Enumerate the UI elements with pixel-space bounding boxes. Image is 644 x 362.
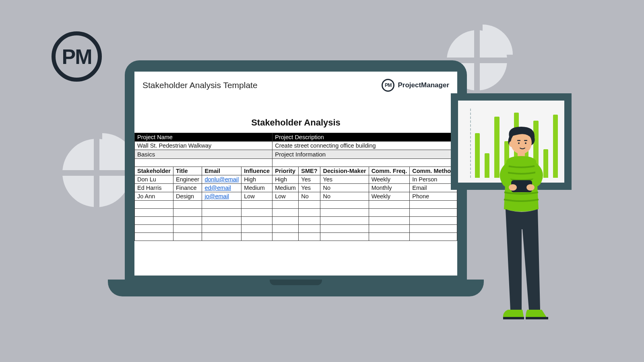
project-header-row: Project Name Project Description <box>135 133 457 142</box>
group-header-row: Basics Project Information <box>135 150 457 159</box>
col-title: Title <box>173 167 202 175</box>
person-illustration <box>487 125 551 326</box>
email-link[interactable]: ed@email <box>204 185 231 191</box>
svg-rect-10 <box>503 317 524 319</box>
pie-decoration-left <box>62 139 131 207</box>
column-header-row: Stakeholder Title Email Influence Priori… <box>135 167 457 175</box>
table-row-empty <box>135 201 457 209</box>
email-link[interactable]: donlu@email <box>204 176 239 183</box>
svg-point-8 <box>509 184 517 191</box>
table-row-empty <box>135 233 457 241</box>
document-heading: Stakeholder Analysis <box>134 101 457 133</box>
table-row: Ed Harris Finance ed@email Medium Medium… <box>135 184 457 192</box>
col-priority: Priority <box>272 167 299 175</box>
laptop-base <box>108 280 484 296</box>
table-row-empty <box>135 217 457 225</box>
table-row: Don Lu Engineer donlu@email High High Ye… <box>135 175 457 184</box>
col-influence: Influence <box>242 167 272 175</box>
col-decision: Decision-Maker <box>320 167 369 175</box>
board-bar <box>475 133 480 178</box>
col-freq: Comm. Freq. <box>369 167 410 175</box>
col-stakeholder: Stakeholder <box>135 167 173 175</box>
table-row: Jo Ann Design jo@email Low Low No No Wee… <box>135 192 457 201</box>
col-method: Comm. Method <box>410 167 457 175</box>
project-description-value: Create street connecting office building <box>272 142 457 150</box>
stakeholder-table: Project Name Project Description Wall St… <box>134 133 457 241</box>
svg-rect-11 <box>526 317 548 319</box>
col-sme: SME? <box>299 167 320 175</box>
svg-point-5 <box>525 142 526 144</box>
table-row-empty <box>135 209 457 217</box>
svg-point-4 <box>518 142 520 144</box>
group-basics: Basics <box>135 150 272 159</box>
pm-icon: PM <box>382 79 394 92</box>
table-row-empty <box>135 225 457 233</box>
board-bar <box>553 115 558 178</box>
laptop-notch <box>270 280 322 285</box>
laptop-illustration: Stakeholder Analysis Template PM Project… <box>125 60 467 296</box>
group-project-info: Project Information <box>272 150 457 159</box>
spacer-row <box>135 159 457 167</box>
svg-point-1 <box>509 141 513 147</box>
col-email: Email <box>202 167 242 175</box>
svg-point-9 <box>526 184 535 191</box>
email-link[interactable]: jo@email <box>204 193 229 200</box>
project-values-row: Wall St. Pedestrian Walkway Create stree… <box>135 142 457 150</box>
document-screen: Stakeholder Analysis Template PM Project… <box>134 72 457 276</box>
pm-logo-text: PM <box>62 45 92 69</box>
project-name-value: Wall St. Pedestrian Walkway <box>135 142 272 150</box>
brand-name: ProjectManager <box>398 81 449 89</box>
project-name-header: Project Name <box>135 133 272 142</box>
pm-logo-badge: PM <box>52 31 102 82</box>
template-title: Stakeholder Analysis Template <box>142 80 258 90</box>
svg-rect-2 <box>517 140 520 141</box>
svg-rect-3 <box>524 140 527 141</box>
laptop-bezel: Stakeholder Analysis Template PM Project… <box>125 60 467 280</box>
project-description-header: Project Description <box>272 133 457 142</box>
projectmanager-brand: PM ProjectManager <box>382 79 449 92</box>
